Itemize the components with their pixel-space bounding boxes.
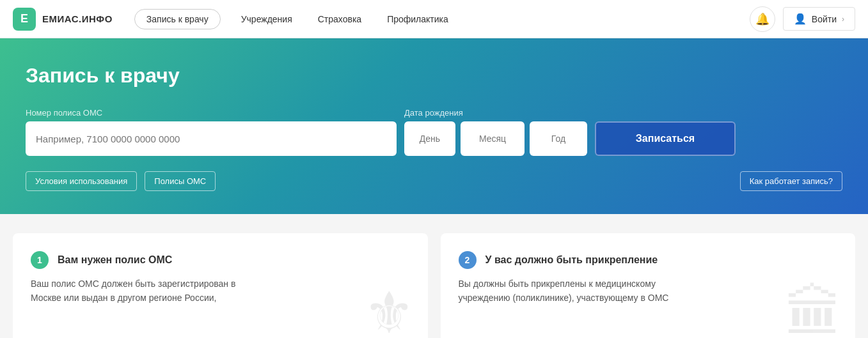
info-card-2-title: У вас должно быть прикрепление xyxy=(485,254,658,266)
logo-icon: E xyxy=(13,8,36,31)
terms-button[interactable]: Условия использования xyxy=(26,171,137,191)
dob-field-group: Дата рождения xyxy=(404,108,587,156)
info-card-2-text: Вы должны быть прикреплены к медицинском… xyxy=(459,277,676,305)
info-card-1: 1 Вам нужен полис ОМС Ваш полис ОМС долж… xyxy=(13,233,428,338)
oms-field-group: Номер полиса ОМС xyxy=(26,108,397,156)
login-label: Войти xyxy=(812,14,837,24)
day-input[interactable] xyxy=(404,121,455,156)
dob-label: Дата рождения xyxy=(404,108,587,118)
building-icon: 🏛 xyxy=(785,284,842,338)
step-badge-1: 1 xyxy=(31,251,49,269)
bell-icon: 🔔 xyxy=(755,12,769,26)
date-group xyxy=(404,121,587,156)
header: E ЕМИАС.ИНФО Запись к врачу Учреждения С… xyxy=(0,0,868,38)
login-button[interactable]: 👤 Войти › xyxy=(783,7,855,31)
page-title: Запись к врачу xyxy=(26,64,842,88)
info-section: 1 Вам нужен полис ОМС Ваш полис ОМС долж… xyxy=(0,214,868,338)
hero-links-left: Условия использования Полисы ОМС xyxy=(26,171,216,191)
hero-section: Запись к врачу Номер полиса ОМС Дата рож… xyxy=(0,38,868,214)
nav-appointment-button[interactable]: Запись к врачу xyxy=(134,9,221,29)
how-it-works-button[interactable]: Как работает запись? xyxy=(740,171,842,191)
chevron-right-icon: › xyxy=(842,15,844,24)
logo-name: ЕМИАС.ИНФО xyxy=(42,13,113,24)
year-input[interactable] xyxy=(530,121,587,156)
header-right: 🔔 👤 Войти › xyxy=(750,6,855,32)
oms-input[interactable] xyxy=(26,121,397,156)
appointment-form: Номер полиса ОМС Дата рождения Записатьс… xyxy=(26,108,842,156)
nav-insurance-button[interactable]: Страховка xyxy=(313,12,367,27)
info-card-2: 2 У вас должно быть прикрепление Вы долж… xyxy=(441,233,856,338)
logo-block: E ЕМИАС.ИНФО xyxy=(13,8,113,31)
month-input[interactable] xyxy=(461,121,525,156)
oms-label: Номер полиса ОМС xyxy=(26,108,397,118)
info-card-2-header: 2 У вас должно быть прикрепление xyxy=(459,251,838,269)
nav-facilities-button[interactable]: Учреждения xyxy=(236,12,297,27)
hero-links: Условия использования Полисы ОМС Как раб… xyxy=(26,171,842,191)
step-badge-2: 2 xyxy=(459,251,477,269)
oms-policies-button[interactable]: Полисы ОМС xyxy=(145,171,216,191)
info-card-1-text: Ваш полис ОМС должен быть зарегистрирова… xyxy=(31,277,248,305)
user-icon: 👤 xyxy=(794,13,807,25)
info-card-1-header: 1 Вам нужен полис ОМС xyxy=(31,251,410,269)
notifications-button[interactable]: 🔔 xyxy=(750,6,775,32)
nav-prevention-button[interactable]: Профилактика xyxy=(382,12,454,27)
info-card-1-title: Вам нужен полис ОМС xyxy=(58,254,172,266)
submit-button[interactable]: Записаться xyxy=(595,121,736,156)
coat-of-arms-icon: ⚜ xyxy=(363,284,415,338)
